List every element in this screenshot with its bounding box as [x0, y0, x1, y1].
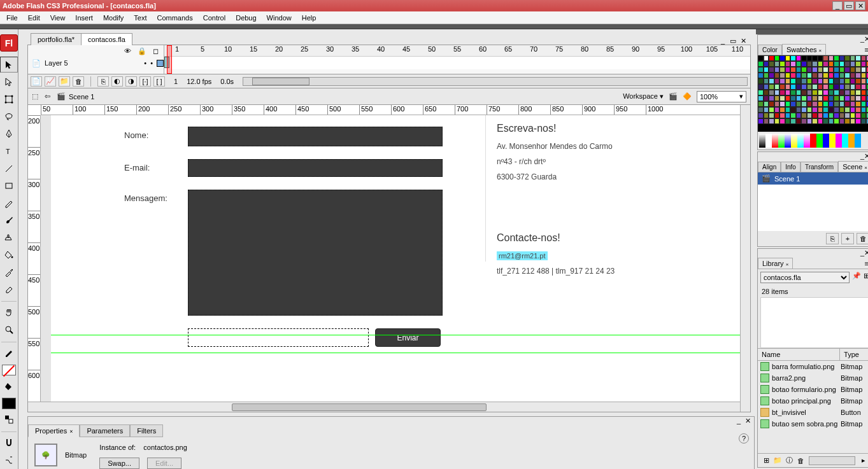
doc-restore-icon[interactable]: ▭: [729, 36, 737, 45]
stroke-color-icon[interactable]: [0, 345, 18, 361]
duplicate-scene-icon[interactable]: ⎘: [826, 233, 839, 244]
doc-close-icon[interactable]: ✕: [739, 36, 748, 45]
library-item[interactable]: bt_invisivelButton: [758, 407, 868, 418]
outline-icon[interactable]: ◻: [153, 47, 159, 55]
fill-swatch[interactable]: [2, 398, 16, 409]
layer-vis-dot[interactable]: •: [144, 59, 146, 67]
menu-help[interactable]: Help: [297, 13, 322, 23]
menu-control[interactable]: Control: [198, 13, 231, 23]
panel-menu-icon[interactable]: ≡: [862, 258, 868, 269]
lock-icon[interactable]: 🔒: [138, 47, 146, 55]
restore-icon[interactable]: ▭: [844, 1, 854, 10]
edit-scene-icon2[interactable]: 🎬: [669, 92, 678, 101]
add-scene-icon[interactable]: +: [841, 233, 854, 244]
menu-text[interactable]: Text: [129, 13, 152, 23]
lib-col-name[interactable]: Name: [758, 349, 840, 360]
tab-swatches[interactable]: Swatches×: [782, 44, 826, 55]
gradient-swatches[interactable]: [758, 132, 868, 150]
layer-row[interactable]: 📄 Layer 5 • •: [28, 57, 164, 69]
document-tab[interactable]: contacos.fla: [81, 33, 132, 45]
delete-layer-icon[interactable]: 🗑: [73, 76, 84, 87]
subselection-tool-icon[interactable]: [0, 74, 18, 90]
layer-lock-dot[interactable]: •: [150, 59, 153, 67]
menu-debug[interactable]: Debug: [231, 13, 261, 23]
panel-close-icon[interactable]: ✕: [864, 249, 868, 256]
docking-grip-top[interactable]: [0, 24, 868, 29]
panel-close-icon[interactable]: ✕: [864, 35, 868, 43]
lib-scrollbar[interactable]: [809, 456, 855, 465]
edit-symbols-icon[interactable]: 🔶: [683, 92, 692, 101]
paint-bucket-tool-icon[interactable]: [0, 247, 18, 263]
properties-icon[interactable]: ⓘ: [783, 456, 795, 466]
modify-onion-icon[interactable]: [ ]: [153, 76, 165, 87]
delete-scene-icon[interactable]: 🗑: [857, 233, 868, 244]
brush-tool-icon[interactable]: [0, 212, 18, 228]
panel-close-icon[interactable]: ✕: [743, 417, 752, 424]
swap-button[interactable]: Swap...: [99, 458, 139, 469]
stage-v-scrollbar[interactable]: [740, 105, 750, 412]
new-layer-icon[interactable]: 📄: [31, 76, 42, 87]
swap-colors-icon[interactable]: [0, 412, 18, 428]
lasso-tool-icon[interactable]: [0, 109, 18, 125]
tab-filters[interactable]: Filters: [130, 424, 163, 437]
timeline-scrollbar[interactable]: [243, 77, 748, 86]
lib-col-type[interactable]: Type: [840, 349, 868, 360]
document-tab[interactable]: portfolio.fla*: [31, 33, 82, 45]
stage[interactable]: Nome: E-mail: Mensagem:: [41, 115, 740, 402]
menu-edit[interactable]: Edit: [23, 13, 45, 23]
stroke-swatch[interactable]: [2, 365, 16, 375]
guide-line[interactable]: [51, 335, 740, 335]
right-grip-top[interactable]: [756, 29, 868, 34]
eyedropper-tool-icon[interactable]: [0, 264, 18, 280]
zoom-select[interactable]: 100% ▾: [697, 91, 746, 102]
ink-bottle-tool-icon[interactable]: [0, 230, 18, 246]
onion-skin-icon[interactable]: ◐: [111, 76, 123, 87]
menu-file[interactable]: File: [1, 13, 23, 23]
free-transform-tool-icon[interactable]: [0, 91, 18, 107]
close-icon[interactable]: ✕: [855, 1, 865, 10]
tab-transform[interactable]: Transform: [800, 162, 838, 172]
workspace-dropdown[interactable]: Workspace ▾: [623, 92, 664, 101]
swatches-grid[interactable]: [758, 55, 868, 132]
help-icon[interactable]: ?: [739, 433, 749, 444]
tab-color[interactable]: Color: [758, 45, 782, 55]
tab-scene[interactable]: Scene×: [838, 161, 868, 172]
back-arrow-icon[interactable]: ⇦: [45, 92, 50, 101]
center-frame-icon[interactable]: ⎘: [97, 76, 109, 87]
library-doc-select[interactable]: contacos.fla: [760, 272, 850, 283]
edit-multi-icon[interactable]: [·]: [139, 76, 151, 87]
line-tool-icon[interactable]: [0, 160, 18, 176]
panel-menu-icon[interactable]: ≡: [862, 45, 868, 55]
new-folder-icon[interactable]: 📁: [59, 76, 70, 87]
menu-modify[interactable]: Modify: [98, 13, 129, 23]
playhead[interactable]: [167, 45, 172, 74]
pin-icon[interactable]: 📌: [852, 272, 861, 283]
new-lib-icon[interactable]: ⊞: [864, 272, 868, 283]
library-item[interactable]: botao formulario.pngBitmap: [758, 384, 868, 395]
eye-icon[interactable]: 👁: [124, 47, 131, 55]
pen-tool-icon[interactable]: [0, 126, 18, 142]
delete-icon[interactable]: 🗑: [795, 456, 806, 466]
library-item[interactable]: barra formulatio.pngBitmap: [758, 361, 868, 372]
doc-minimize-icon[interactable]: _: [718, 36, 727, 45]
onion-outline-icon[interactable]: ◑: [125, 76, 137, 87]
scene-name[interactable]: Scene 1: [69, 93, 94, 101]
option-tool-icon[interactable]: [0, 452, 18, 468]
selection-tool-icon[interactable]: [0, 57, 18, 73]
hand-tool-icon[interactable]: [0, 304, 18, 320]
tab-align[interactable]: Align: [758, 162, 781, 172]
eraser-tool-icon[interactable]: [0, 281, 18, 297]
new-folder-icon[interactable]: 📁: [772, 456, 783, 466]
pencil-tool-icon[interactable]: [0, 195, 18, 211]
library-item[interactable]: botao principal.pngBitmap: [758, 395, 868, 407]
text-tool-icon[interactable]: T: [0, 143, 18, 159]
rectangle-tool-icon[interactable]: [0, 178, 18, 193]
zoom-tool-icon[interactable]: [0, 321, 18, 337]
stage-h-scrollbar[interactable]: [28, 402, 740, 412]
scroll-right-icon[interactable]: ▸: [858, 456, 868, 466]
tab-info[interactable]: Info: [781, 162, 800, 172]
minimize-icon[interactable]: _: [832, 1, 843, 10]
scene-list-item[interactable]: 🎬 Scene 1: [758, 172, 868, 185]
tab-properties[interactable]: Properties×: [28, 424, 80, 437]
library-item[interactable]: barra2.pngBitmap: [758, 372, 868, 384]
